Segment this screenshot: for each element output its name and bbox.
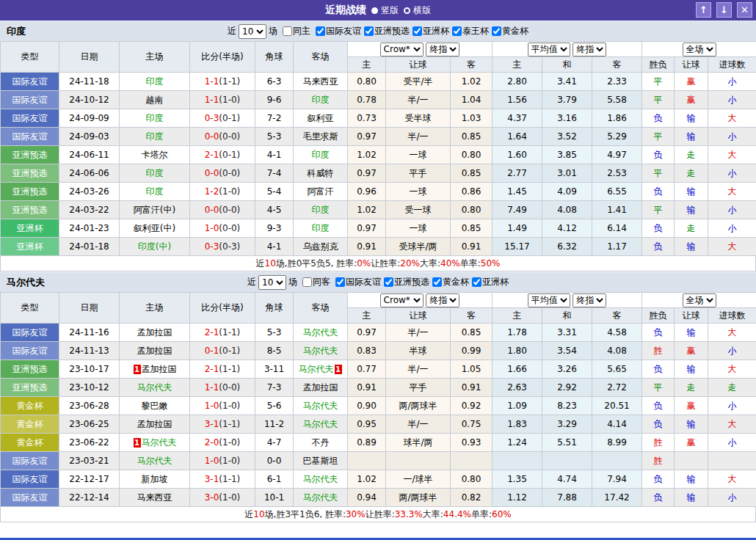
- league-filter[interactable]: 国际友谊: [313, 25, 361, 37]
- close-button[interactable]: ✕: [737, 2, 752, 18]
- corner-score: 7-3: [255, 379, 294, 397]
- home-team-name: 阿富汗(中): [134, 205, 175, 215]
- avg-draw: 3.31: [542, 324, 592, 342]
- handicap: 半/一: [386, 360, 451, 379]
- result-wdl: 平: [642, 379, 675, 397]
- summary-segment: 场,胜3平1负6, 胜率:: [265, 508, 346, 521]
- league-checkbox[interactable]: [472, 277, 481, 287]
- away-team-name: 印度: [312, 150, 330, 160]
- filter-bar: 近 10 场 同客 国际友谊亚洲预选黄金杯亚洲杯: [0, 275, 756, 290]
- league-checkbox[interactable]: [316, 26, 325, 36]
- match-date: 24-11-13: [59, 342, 120, 360]
- match-date: 23-06-22: [59, 434, 120, 452]
- handicap: 一球: [386, 146, 451, 164]
- league-filter[interactable]: 国际友谊: [332, 276, 381, 288]
- home-team: 印度: [120, 183, 190, 201]
- result-wdl: 胜: [642, 452, 675, 470]
- average-select[interactable]: 平均值: [528, 43, 570, 56]
- corner-score: 3-11: [255, 360, 294, 379]
- halftime-score: (1-1): [219, 474, 240, 484]
- league-filter[interactable]: 亚洲预选: [381, 276, 429, 288]
- final-odds-select-2[interactable]: 终指: [573, 43, 606, 56]
- league-label: 亚洲杯: [423, 25, 449, 37]
- league-checkbox[interactable]: [384, 277, 393, 287]
- score-cell: 1-2(1-0): [190, 183, 255, 201]
- league-filter[interactable]: 泰王杯: [449, 25, 489, 37]
- sub-header-handicap: 让球: [386, 57, 451, 73]
- fulltime-select[interactable]: 全场: [683, 43, 716, 56]
- same-venue-filter[interactable]: 同主: [280, 25, 310, 37]
- league-filter[interactable]: 黄金杯: [429, 276, 469, 288]
- league-checkbox[interactable]: [492, 26, 501, 36]
- table-row: 国际友谊23-03-21马尔代夫1-0(1-0)0-0巴基斯坦胜: [1, 452, 756, 470]
- average-select[interactable]: 平均值: [528, 293, 570, 307]
- result-wdl: 负: [642, 470, 675, 489]
- avg-home: 1.12: [493, 489, 542, 507]
- home-team: 1孟加拉国: [120, 360, 190, 379]
- away-team: 孟加拉国: [294, 379, 348, 397]
- match-count-select[interactable]: 10: [239, 24, 266, 39]
- league-filter[interactable]: 亚洲预选: [361, 25, 410, 37]
- odds-home: 0.97: [348, 128, 386, 146]
- league-filter[interactable]: 亚洲杯: [410, 25, 449, 37]
- home-team-name: 印度: [146, 131, 164, 142]
- avg-away: 2.72: [592, 379, 642, 397]
- fulltime-select[interactable]: 全场: [683, 293, 716, 307]
- halftime-score: (0-0): [219, 205, 240, 215]
- league-checkbox[interactable]: [364, 26, 374, 36]
- league-checkbox[interactable]: [432, 277, 442, 287]
- same-venue-checkbox[interactable]: [302, 277, 312, 287]
- home-team-name: 马尔代夫: [142, 437, 177, 448]
- avg-home: 2.77: [493, 164, 542, 183]
- halftime-score: (1-0): [219, 437, 240, 448]
- odds-company-select[interactable]: Crow*: [380, 43, 424, 56]
- scroll-up-button[interactable]: ↑: [696, 2, 711, 18]
- scroll-down-button[interactable]: ↓: [716, 2, 732, 18]
- table-row: 国际友谊24-11-13孟加拉国0-1(0-1)8-5马尔代夫0.83半球0.9…: [1, 342, 756, 360]
- table-row: 亚洲预选24-03-22阿富汗(中)0-0(0-0)4-5印度1.02受一球0.…: [1, 201, 756, 219]
- score-cell: 2-1(0-1): [190, 146, 255, 164]
- final-odds-select-2[interactable]: 终指: [573, 293, 606, 307]
- layout-option-vertical[interactable]: 竖版: [371, 4, 399, 17]
- summary-segment: 20%: [400, 258, 420, 269]
- league-filter[interactable]: 亚洲杯: [469, 276, 509, 288]
- odds-home: 0.97: [348, 324, 386, 342]
- radio-unselected-icon[interactable]: [404, 7, 410, 14]
- league-checkbox[interactable]: [452, 26, 462, 36]
- result-handicap: 输: [675, 201, 708, 219]
- final-odds-select[interactable]: 终指: [426, 293, 459, 307]
- handicap: [386, 452, 451, 470]
- home-team-name: 孟加拉国: [142, 364, 177, 374]
- fulltime-score: 1-0: [205, 401, 219, 411]
- col-header-score: 比分(半场): [190, 293, 255, 324]
- layout-option-horizontal[interactable]: 横版: [404, 4, 431, 17]
- sub-header-handicap: 让球: [386, 308, 451, 324]
- avg-draw: 3.29: [542, 415, 592, 434]
- final-odds-select[interactable]: 终指: [426, 43, 459, 56]
- league-label: 黄金杯: [443, 276, 469, 288]
- league-checkbox[interactable]: [335, 277, 345, 287]
- match-type-badge: 国际友谊: [1, 91, 59, 109]
- away-team: 印度: [294, 219, 348, 238]
- corner-score: 9-6: [255, 91, 294, 109]
- league-filter[interactable]: 黄金杯: [489, 25, 528, 37]
- match-count-select[interactable]: 10: [258, 275, 286, 290]
- sub-header-result-handicap: 让球: [675, 57, 708, 73]
- result-goals: 大: [708, 470, 756, 489]
- avg-draw: 7.88: [542, 489, 592, 507]
- avg-away: 4.58: [592, 324, 642, 342]
- radio-selected-icon[interactable]: [371, 7, 378, 14]
- odds-company-select[interactable]: Crow*: [380, 293, 424, 307]
- away-team-name: 孟加拉国: [303, 382, 338, 393]
- match-type-badge: 国际友谊: [1, 452, 59, 470]
- table-row: 国际友谊22-12-17新加坡3-1(1-1)6-1马尔代夫1.02一/球半0.…: [1, 470, 756, 489]
- league-label: 国际友谊: [326, 25, 361, 37]
- home-team: 印度: [120, 73, 190, 91]
- result-handicap: 走: [675, 146, 708, 164]
- same-venue-filter[interactable]: 同客: [299, 276, 330, 288]
- same-venue-checkbox[interactable]: [283, 26, 292, 36]
- fulltime-score: 1-2: [205, 186, 219, 197]
- league-checkbox[interactable]: [412, 26, 422, 36]
- matches-table-india: 类型 日期 主场 比分(半场) 角球 客场 Crow* 终指 平均值 终指 全场: [0, 41, 756, 256]
- result-handicap: 赢: [675, 73, 708, 91]
